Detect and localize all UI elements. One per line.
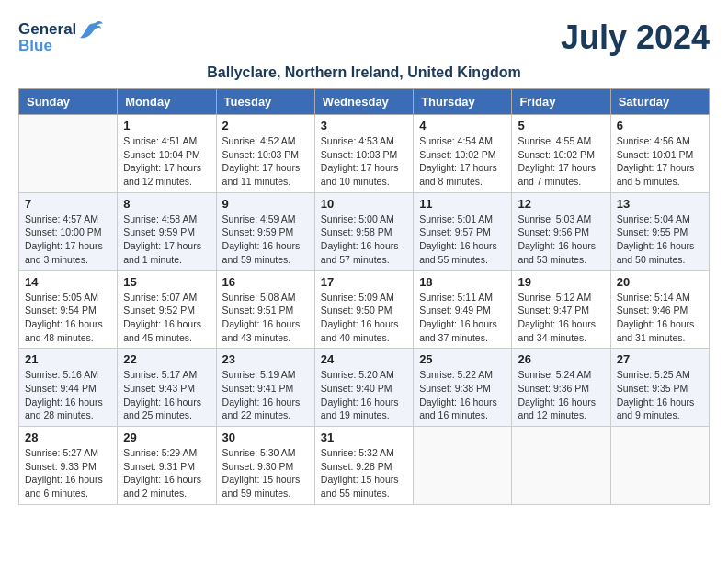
table-row: 5Sunrise: 4:55 AM Sunset: 10:02 PM Dayli… bbox=[512, 115, 610, 193]
day-info: Sunrise: 5:17 AM Sunset: 9:43 PM Dayligh… bbox=[123, 368, 210, 422]
table-row: 24Sunrise: 5:20 AM Sunset: 9:40 PM Dayli… bbox=[314, 349, 413, 427]
day-info: Sunrise: 5:04 AM Sunset: 9:55 PM Dayligh… bbox=[617, 213, 703, 267]
day-info: Sunrise: 4:57 AM Sunset: 10:00 PM Daylig… bbox=[25, 213, 111, 267]
day-info: Sunrise: 5:08 AM Sunset: 9:51 PM Dayligh… bbox=[222, 291, 309, 345]
day-number: 12 bbox=[518, 197, 604, 211]
logo-blue: Blue bbox=[18, 37, 104, 55]
day-info: Sunrise: 4:59 AM Sunset: 9:59 PM Dayligh… bbox=[222, 213, 309, 267]
logo-text: General Blue bbox=[18, 18, 104, 55]
day-info: Sunrise: 5:22 AM Sunset: 9:38 PM Dayligh… bbox=[419, 368, 506, 422]
table-row: 13Sunrise: 5:04 AM Sunset: 9:55 PM Dayli… bbox=[610, 192, 709, 270]
table-row bbox=[512, 427, 610, 505]
table-row: 18Sunrise: 5:11 AM Sunset: 9:49 PM Dayli… bbox=[414, 270, 512, 349]
day-number: 14 bbox=[25, 275, 111, 289]
day-info: Sunrise: 4:58 AM Sunset: 9:59 PM Dayligh… bbox=[123, 213, 210, 267]
table-row bbox=[19, 115, 118, 193]
table-row: 29Sunrise: 5:29 AM Sunset: 9:31 PM Dayli… bbox=[118, 427, 216, 505]
day-info: Sunrise: 4:52 AM Sunset: 10:03 PM Daylig… bbox=[222, 134, 309, 189]
col-sunday: Sunday bbox=[19, 89, 118, 115]
day-info: Sunrise: 5:20 AM Sunset: 9:40 PM Dayligh… bbox=[321, 368, 407, 422]
table-row: 11Sunrise: 5:01 AM Sunset: 9:57 PM Dayli… bbox=[414, 192, 512, 270]
day-info: Sunrise: 5:01 AM Sunset: 9:57 PM Dayligh… bbox=[419, 213, 506, 267]
table-row: 26Sunrise: 5:24 AM Sunset: 9:36 PM Dayli… bbox=[512, 349, 610, 427]
calendar-week-row: 21Sunrise: 5:16 AM Sunset: 9:44 PM Dayli… bbox=[19, 349, 710, 427]
day-info: Sunrise: 5:07 AM Sunset: 9:52 PM Dayligh… bbox=[123, 291, 210, 345]
table-row: 22Sunrise: 5:17 AM Sunset: 9:43 PM Dayli… bbox=[118, 349, 216, 427]
calendar-table: Sunday Monday Tuesday Wednesday Thursday… bbox=[18, 88, 710, 505]
table-row: 17Sunrise: 5:09 AM Sunset: 9:50 PM Dayli… bbox=[314, 270, 413, 349]
logo: General Blue bbox=[18, 18, 104, 55]
col-thursday: Thursday bbox=[414, 89, 512, 115]
day-number: 7 bbox=[25, 197, 111, 211]
table-row: 27Sunrise: 5:25 AM Sunset: 9:35 PM Dayli… bbox=[610, 349, 709, 427]
day-number: 5 bbox=[518, 119, 604, 132]
day-info: Sunrise: 5:27 AM Sunset: 9:33 PM Dayligh… bbox=[25, 446, 111, 500]
table-row bbox=[610, 427, 709, 505]
day-info: Sunrise: 5:30 AM Sunset: 9:30 PM Dayligh… bbox=[222, 446, 309, 500]
day-number: 18 bbox=[419, 275, 506, 289]
table-row: 21Sunrise: 5:16 AM Sunset: 9:44 PM Dayli… bbox=[19, 349, 118, 427]
table-row: 28Sunrise: 5:27 AM Sunset: 9:33 PM Dayli… bbox=[19, 427, 118, 505]
day-number: 4 bbox=[419, 119, 506, 132]
table-row: 9Sunrise: 4:59 AM Sunset: 9:59 PM Daylig… bbox=[216, 192, 314, 270]
day-number: 28 bbox=[25, 431, 111, 444]
day-number: 1 bbox=[123, 119, 210, 132]
calendar-subtitle: Ballyclare, Northern Ireland, United Kin… bbox=[18, 64, 710, 81]
day-info: Sunrise: 5:00 AM Sunset: 9:58 PM Dayligh… bbox=[321, 213, 407, 267]
table-row: 6Sunrise: 4:56 AM Sunset: 10:01 PM Dayli… bbox=[610, 115, 709, 193]
day-info: Sunrise: 5:25 AM Sunset: 9:35 PM Dayligh… bbox=[617, 368, 703, 422]
day-info: Sunrise: 4:54 AM Sunset: 10:02 PM Daylig… bbox=[419, 134, 506, 189]
logo-general: General bbox=[18, 20, 76, 39]
day-number: 8 bbox=[123, 197, 210, 211]
day-number: 10 bbox=[321, 197, 407, 211]
day-info: Sunrise: 5:11 AM Sunset: 9:49 PM Dayligh… bbox=[419, 291, 506, 345]
day-info: Sunrise: 5:16 AM Sunset: 9:44 PM Dayligh… bbox=[25, 368, 111, 422]
calendar-week-row: 14Sunrise: 5:05 AM Sunset: 9:54 PM Dayli… bbox=[19, 270, 710, 349]
day-number: 29 bbox=[123, 431, 210, 444]
day-info: Sunrise: 5:14 AM Sunset: 9:46 PM Dayligh… bbox=[617, 291, 703, 345]
day-info: Sunrise: 5:09 AM Sunset: 9:50 PM Dayligh… bbox=[321, 291, 407, 345]
day-number: 27 bbox=[617, 352, 703, 366]
calendar-title: July 2024 bbox=[561, 18, 710, 57]
day-number: 22 bbox=[123, 352, 210, 366]
day-number: 9 bbox=[222, 197, 309, 211]
col-monday: Monday bbox=[118, 89, 216, 115]
col-wednesday: Wednesday bbox=[314, 89, 413, 115]
day-info: Sunrise: 4:53 AM Sunset: 10:03 PM Daylig… bbox=[321, 134, 407, 189]
day-info: Sunrise: 4:55 AM Sunset: 10:02 PM Daylig… bbox=[518, 134, 604, 189]
col-friday: Friday bbox=[512, 89, 610, 115]
day-number: 6 bbox=[617, 119, 703, 132]
table-row: 12Sunrise: 5:03 AM Sunset: 9:56 PM Dayli… bbox=[512, 192, 610, 270]
table-row: 23Sunrise: 5:19 AM Sunset: 9:41 PM Dayli… bbox=[216, 349, 314, 427]
day-number: 20 bbox=[617, 275, 703, 289]
day-number: 3 bbox=[321, 119, 407, 132]
table-row: 10Sunrise: 5:00 AM Sunset: 9:58 PM Dayli… bbox=[314, 192, 413, 270]
table-row bbox=[414, 427, 512, 505]
table-row: 14Sunrise: 5:05 AM Sunset: 9:54 PM Dayli… bbox=[19, 270, 118, 349]
col-tuesday: Tuesday bbox=[216, 89, 314, 115]
day-number: 25 bbox=[419, 352, 506, 366]
day-number: 23 bbox=[222, 352, 309, 366]
day-info: Sunrise: 5:32 AM Sunset: 9:28 PM Dayligh… bbox=[321, 446, 407, 500]
table-row: 2Sunrise: 4:52 AM Sunset: 10:03 PM Dayli… bbox=[216, 115, 314, 193]
table-row: 8Sunrise: 4:58 AM Sunset: 9:59 PM Daylig… bbox=[118, 192, 216, 270]
day-info: Sunrise: 4:56 AM Sunset: 10:01 PM Daylig… bbox=[617, 134, 703, 189]
table-row: 20Sunrise: 5:14 AM Sunset: 9:46 PM Dayli… bbox=[610, 270, 709, 349]
day-number: 19 bbox=[518, 275, 604, 289]
col-saturday: Saturday bbox=[610, 89, 709, 115]
table-row: 1Sunrise: 4:51 AM Sunset: 10:04 PM Dayli… bbox=[118, 115, 216, 193]
day-info: Sunrise: 5:12 AM Sunset: 9:47 PM Dayligh… bbox=[518, 291, 604, 345]
day-number: 15 bbox=[123, 275, 210, 289]
calendar-header-row: Sunday Monday Tuesday Wednesday Thursday… bbox=[19, 89, 710, 115]
day-number: 17 bbox=[321, 275, 407, 289]
day-info: Sunrise: 5:05 AM Sunset: 9:54 PM Dayligh… bbox=[25, 291, 111, 345]
page-wrapper: General Blue July 2024 Ballyclare, North… bbox=[18, 18, 710, 505]
day-number: 26 bbox=[518, 352, 604, 366]
table-row: 7Sunrise: 4:57 AM Sunset: 10:00 PM Dayli… bbox=[19, 192, 118, 270]
calendar-week-row: 1Sunrise: 4:51 AM Sunset: 10:04 PM Dayli… bbox=[19, 115, 710, 193]
table-row: 3Sunrise: 4:53 AM Sunset: 10:03 PM Dayli… bbox=[314, 115, 413, 193]
table-row: 25Sunrise: 5:22 AM Sunset: 9:38 PM Dayli… bbox=[414, 349, 512, 427]
day-info: Sunrise: 5:19 AM Sunset: 9:41 PM Dayligh… bbox=[222, 368, 309, 422]
day-number: 13 bbox=[617, 197, 703, 211]
table-row: 30Sunrise: 5:30 AM Sunset: 9:30 PM Dayli… bbox=[216, 427, 314, 505]
